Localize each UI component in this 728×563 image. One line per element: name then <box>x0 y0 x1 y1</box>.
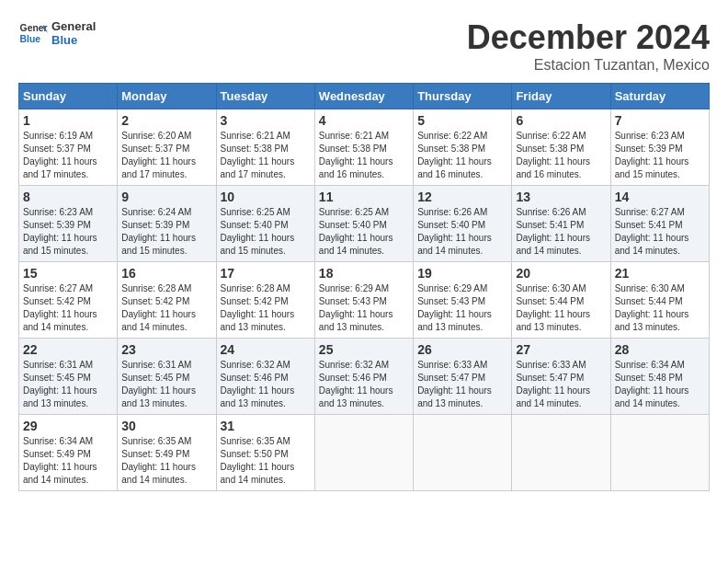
title-section: December 2024 Estacion Tuzantan, Mexico <box>467 18 710 74</box>
calendar-table: SundayMondayTuesdayWednesdayThursdayFrid… <box>18 83 710 491</box>
day-info: Sunrise: 6:32 AM Sunset: 5:46 PM Dayligh… <box>221 359 311 410</box>
calendar-cell: 11Sunrise: 6:25 AM Sunset: 5:40 PM Dayli… <box>314 186 413 262</box>
day-info: Sunrise: 6:25 AM Sunset: 5:40 PM Dayligh… <box>221 206 311 258</box>
day-number: 17 <box>221 266 311 281</box>
calendar-cell <box>314 415 413 491</box>
calendar-cell: 14Sunrise: 6:27 AM Sunset: 5:41 PM Dayli… <box>610 186 709 262</box>
svg-text:Blue: Blue <box>20 34 41 44</box>
day-number: 8 <box>23 190 113 204</box>
calendar-cell: 27Sunrise: 6:33 AM Sunset: 5:47 PM Dayli… <box>512 339 610 415</box>
day-number: 16 <box>121 266 211 281</box>
day-info: Sunrise: 6:32 AM Sunset: 5:46 PM Dayligh… <box>319 359 409 410</box>
day-number: 24 <box>221 342 311 357</box>
calendar-week-5: 29Sunrise: 6:34 AM Sunset: 5:49 PM Dayli… <box>19 415 710 491</box>
day-info: Sunrise: 6:28 AM Sunset: 5:42 PM Dayligh… <box>221 282 311 334</box>
logo-icon: General Blue <box>18 18 48 48</box>
day-number: 25 <box>319 342 409 357</box>
day-info: Sunrise: 6:28 AM Sunset: 5:42 PM Dayligh… <box>121 282 211 334</box>
day-info: Sunrise: 6:29 AM Sunset: 5:43 PM Dayligh… <box>319 282 409 334</box>
day-number: 7 <box>615 113 705 128</box>
day-info: Sunrise: 6:25 AM Sunset: 5:40 PM Dayligh… <box>319 206 409 258</box>
day-number: 11 <box>319 190 409 204</box>
calendar-cell: 26Sunrise: 6:33 AM Sunset: 5:47 PM Dayli… <box>414 339 512 415</box>
day-number: 21 <box>615 266 705 281</box>
calendar-cell: 6Sunrise: 6:22 AM Sunset: 5:38 PM Daylig… <box>512 109 610 186</box>
header-thursday: Thursday <box>414 84 512 109</box>
day-number: 14 <box>615 190 705 204</box>
logo: General Blue General Blue <box>18 18 96 48</box>
header-sunday: Sunday <box>19 84 118 109</box>
calendar-week-4: 22Sunrise: 6:31 AM Sunset: 5:45 PM Dayli… <box>19 339 710 415</box>
day-number: 23 <box>121 342 211 357</box>
day-info: Sunrise: 6:19 AM Sunset: 5:37 PM Dayligh… <box>23 130 113 181</box>
day-number: 22 <box>23 342 113 357</box>
day-info: Sunrise: 6:34 AM Sunset: 5:49 PM Dayligh… <box>23 435 113 487</box>
day-number: 9 <box>121 190 211 204</box>
day-info: Sunrise: 6:27 AM Sunset: 5:42 PM Dayligh… <box>23 282 113 334</box>
day-info: Sunrise: 6:26 AM Sunset: 5:41 PM Dayligh… <box>516 206 606 258</box>
day-number: 15 <box>23 266 113 281</box>
calendar-cell: 12Sunrise: 6:26 AM Sunset: 5:40 PM Dayli… <box>414 186 512 262</box>
calendar-cell: 23Sunrise: 6:31 AM Sunset: 5:45 PM Dayli… <box>118 339 216 415</box>
location-title: Estacion Tuzantan, Mexico <box>467 57 710 74</box>
header-monday: Monday <box>118 84 216 109</box>
day-number: 10 <box>221 190 311 204</box>
calendar-week-1: 1Sunrise: 6:19 AM Sunset: 5:37 PM Daylig… <box>19 109 710 186</box>
calendar-cell: 19Sunrise: 6:29 AM Sunset: 5:43 PM Dayli… <box>414 262 512 339</box>
calendar-cell: 24Sunrise: 6:32 AM Sunset: 5:46 PM Dayli… <box>216 339 314 415</box>
day-info: Sunrise: 6:24 AM Sunset: 5:39 PM Dayligh… <box>121 206 211 258</box>
logo-general-text: General <box>51 19 96 33</box>
day-number: 12 <box>417 190 507 204</box>
day-number: 30 <box>121 419 211 433</box>
calendar-cell <box>414 415 512 491</box>
calendar-cell: 1Sunrise: 6:19 AM Sunset: 5:37 PM Daylig… <box>19 109 118 186</box>
day-number: 31 <box>221 419 311 433</box>
calendar-cell: 8Sunrise: 6:23 AM Sunset: 5:39 PM Daylig… <box>19 186 118 262</box>
day-number: 19 <box>417 266 507 281</box>
calendar-cell: 7Sunrise: 6:23 AM Sunset: 5:39 PM Daylig… <box>610 109 709 186</box>
calendar-cell: 30Sunrise: 6:35 AM Sunset: 5:49 PM Dayli… <box>118 415 216 491</box>
day-info: Sunrise: 6:21 AM Sunset: 5:38 PM Dayligh… <box>221 130 311 181</box>
day-info: Sunrise: 6:31 AM Sunset: 5:45 PM Dayligh… <box>121 359 211 410</box>
day-number: 29 <box>23 419 113 433</box>
day-number: 13 <box>516 190 606 204</box>
calendar-cell: 10Sunrise: 6:25 AM Sunset: 5:40 PM Dayli… <box>216 186 314 262</box>
calendar-header-row: SundayMondayTuesdayWednesdayThursdayFrid… <box>19 84 710 109</box>
calendar-cell: 31Sunrise: 6:35 AM Sunset: 5:50 PM Dayli… <box>216 415 314 491</box>
day-info: Sunrise: 6:21 AM Sunset: 5:38 PM Dayligh… <box>319 130 409 181</box>
day-info: Sunrise: 6:35 AM Sunset: 5:50 PM Dayligh… <box>221 435 311 487</box>
day-info: Sunrise: 6:29 AM Sunset: 5:43 PM Dayligh… <box>417 282 507 334</box>
month-title: December 2024 <box>467 18 710 57</box>
day-info: Sunrise: 6:22 AM Sunset: 5:38 PM Dayligh… <box>417 130 507 181</box>
header-tuesday: Tuesday <box>216 84 314 109</box>
calendar-cell <box>610 415 709 491</box>
calendar-cell: 13Sunrise: 6:26 AM Sunset: 5:41 PM Dayli… <box>512 186 610 262</box>
calendar-week-3: 15Sunrise: 6:27 AM Sunset: 5:42 PM Dayli… <box>19 262 710 339</box>
calendar-cell: 15Sunrise: 6:27 AM Sunset: 5:42 PM Dayli… <box>19 262 118 339</box>
day-number: 28 <box>615 342 705 357</box>
calendar-cell: 21Sunrise: 6:30 AM Sunset: 5:44 PM Dayli… <box>610 262 709 339</box>
day-info: Sunrise: 6:26 AM Sunset: 5:40 PM Dayligh… <box>417 206 507 258</box>
calendar-cell: 20Sunrise: 6:30 AM Sunset: 5:44 PM Dayli… <box>512 262 610 339</box>
header-saturday: Saturday <box>610 84 709 109</box>
calendar-cell: 16Sunrise: 6:28 AM Sunset: 5:42 PM Dayli… <box>118 262 216 339</box>
calendar-week-2: 8Sunrise: 6:23 AM Sunset: 5:39 PM Daylig… <box>19 186 710 262</box>
calendar-cell: 2Sunrise: 6:20 AM Sunset: 5:37 PM Daylig… <box>118 109 216 186</box>
calendar-cell: 25Sunrise: 6:32 AM Sunset: 5:46 PM Dayli… <box>314 339 413 415</box>
calendar-cell <box>512 415 610 491</box>
day-number: 2 <box>121 113 211 128</box>
day-number: 4 <box>319 113 409 128</box>
day-number: 1 <box>23 113 113 128</box>
calendar-cell: 4Sunrise: 6:21 AM Sunset: 5:38 PM Daylig… <box>314 109 413 186</box>
header-friday: Friday <box>512 84 610 109</box>
day-number: 20 <box>516 266 606 281</box>
day-info: Sunrise: 6:23 AM Sunset: 5:39 PM Dayligh… <box>23 206 113 258</box>
logo-blue-text: Blue <box>51 33 96 47</box>
day-number: 5 <box>417 113 507 128</box>
calendar-cell: 28Sunrise: 6:34 AM Sunset: 5:48 PM Dayli… <box>610 339 709 415</box>
day-info: Sunrise: 6:35 AM Sunset: 5:49 PM Dayligh… <box>121 435 211 487</box>
calendar-cell: 3Sunrise: 6:21 AM Sunset: 5:38 PM Daylig… <box>216 109 314 186</box>
day-info: Sunrise: 6:33 AM Sunset: 5:47 PM Dayligh… <box>417 359 507 410</box>
day-number: 3 <box>221 113 311 128</box>
calendar-cell: 18Sunrise: 6:29 AM Sunset: 5:43 PM Dayli… <box>314 262 413 339</box>
